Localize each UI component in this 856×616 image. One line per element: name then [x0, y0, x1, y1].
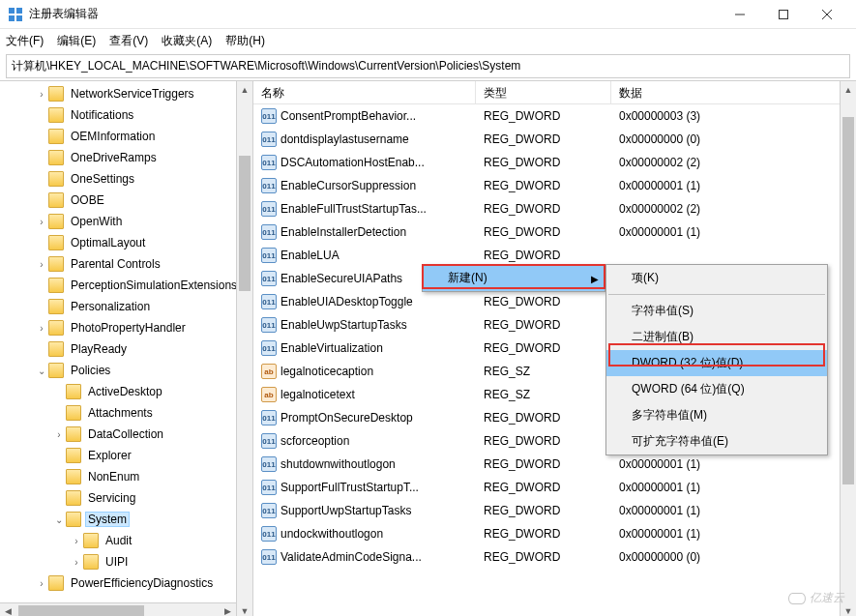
- submenu-expandstring[interactable]: 可扩充字符串值(E): [606, 428, 827, 455]
- tree-item[interactable]: OEMInformation: [0, 126, 252, 147]
- value-row[interactable]: 011SupportUwpStartupTasksREG_DWORD0x0000…: [253, 499, 856, 522]
- tree-vertical-scrollbar[interactable]: ▲ ▼: [236, 81, 252, 616]
- value-name: ValidateAdminCodeSigna...: [280, 550, 476, 564]
- value-row[interactable]: 011SupportFullTrustStartupT...REG_DWORD0…: [253, 476, 856, 499]
- chevron-right-icon[interactable]: ›: [35, 578, 48, 589]
- scroll-down-icon[interactable]: ▼: [237, 602, 252, 616]
- chevron-right-icon[interactable]: ›: [35, 259, 48, 270]
- tree-item[interactable]: ⌄Policies: [0, 360, 252, 381]
- submenu-binary[interactable]: 二进制值(B): [606, 324, 827, 350]
- svg-rect-0: [9, 8, 15, 14]
- chevron-down-icon[interactable]: ⌄: [52, 514, 66, 525]
- tree-item[interactable]: ActiveDesktop: [0, 381, 252, 402]
- value-type: REG_DWORD: [476, 457, 611, 471]
- tree-item[interactable]: Attachments: [0, 402, 252, 424]
- tree-item[interactable]: OOBE: [0, 190, 252, 211]
- chevron-right-icon[interactable]: ›: [35, 217, 48, 227]
- folder-icon: [48, 192, 64, 208]
- tree-horizontal-scrollbar[interactable]: ◀ ▶: [0, 602, 236, 616]
- value-row[interactable]: 011EnableCursorSuppressionREG_DWORD0x000…: [253, 174, 856, 197]
- submenu-dword[interactable]: DWORD (32 位)值(D): [606, 350, 827, 376]
- value-type: REG_DWORD: [476, 318, 611, 332]
- reg-dword-icon: 011: [261, 549, 277, 565]
- value-name: ConsentPromptBehavior...: [280, 109, 476, 123]
- submenu-multistring[interactable]: 多字符串值(M): [606, 402, 827, 428]
- folder-icon: [66, 405, 81, 421]
- tree-item[interactable]: ›OpenWith: [0, 211, 252, 232]
- chevron-right-icon[interactable]: ›: [35, 323, 48, 334]
- tree-item[interactable]: Personalization: [0, 296, 252, 317]
- submenu-key[interactable]: 项(K): [606, 265, 827, 291]
- tree-item[interactable]: ›Audit: [0, 530, 252, 551]
- chevron-down-icon[interactable]: ⌄: [35, 366, 48, 376]
- reg-dword-icon: 011: [261, 224, 277, 240]
- column-type[interactable]: 类型: [476, 81, 611, 103]
- tree-item[interactable]: NonEnum: [0, 466, 252, 487]
- tree-item[interactable]: ›PhotoPropertyHandler: [0, 317, 252, 338]
- tree-item[interactable]: OneDriveRamps: [0, 147, 252, 168]
- chevron-right-icon[interactable]: ›: [70, 557, 83, 568]
- value-row[interactable]: 011ValidateAdminCodeSigna...REG_DWORD0x0…: [253, 545, 856, 569]
- value-type: REG_DWORD: [476, 225, 611, 239]
- folder-icon: [48, 171, 64, 187]
- tree-item[interactable]: PlayReady: [0, 338, 252, 360]
- submenu-qword[interactable]: QWORD (64 位)值(Q): [606, 376, 827, 402]
- reg-dword-icon: 011: [261, 248, 277, 263]
- scroll-up-icon[interactable]: ▲: [237, 81, 252, 98]
- chevron-right-icon[interactable]: ›: [35, 89, 48, 100]
- menu-edit[interactable]: 编辑(E): [57, 33, 96, 49]
- scroll-up-icon[interactable]: ▲: [841, 81, 856, 98]
- chevron-right-icon[interactable]: ›: [52, 429, 66, 440]
- menu-view[interactable]: 查看(V): [109, 33, 148, 49]
- menu-file[interactable]: 文件(F): [6, 33, 44, 49]
- address-bar[interactable]: 计算机\HKEY_LOCAL_MACHINE\SOFTWARE\Microsof…: [6, 54, 850, 78]
- tree-item[interactable]: PerceptionSimulationExtensions: [0, 275, 252, 296]
- chevron-right-icon[interactable]: ›: [70, 536, 83, 546]
- value-name: scforceoption: [280, 434, 476, 448]
- tree-item[interactable]: Servicing: [0, 487, 252, 509]
- value-row[interactable]: 011shutdownwithoutlogonREG_DWORD0x000000…: [253, 453, 856, 476]
- reg-dword-icon: 011: [261, 433, 277, 449]
- value-type: REG_DWORD: [476, 156, 611, 169]
- tree-pane: ›NetworkServiceTriggersNotificationsOEMI…: [0, 81, 253, 616]
- value-row[interactable]: 011ConsentPromptBehavior...REG_DWORD0x00…: [253, 104, 856, 128]
- scroll-left-icon[interactable]: ◀: [0, 603, 16, 616]
- column-name[interactable]: 名称: [253, 81, 476, 103]
- value-row[interactable]: 011undockwithoutlogonREG_DWORD0x00000001…: [253, 522, 856, 545]
- value-row[interactable]: 011EnableInstallerDetectionREG_DWORD0x00…: [253, 220, 856, 244]
- maximize-button[interactable]: [761, 0, 805, 29]
- folder-icon: [48, 320, 64, 336]
- value-row[interactable]: 011DSCAutomationHostEnab...REG_DWORD0x00…: [253, 151, 856, 174]
- value-type: REG_DWORD: [476, 411, 611, 425]
- close-button[interactable]: [805, 0, 848, 29]
- value-row[interactable]: 011dontdisplaylastusernameREG_DWORD0x000…: [253, 128, 856, 151]
- tree-item[interactable]: ›PowerEfficiencyDiagnostics: [0, 572, 252, 594]
- tree-item[interactable]: Explorer: [0, 445, 252, 466]
- reg-dword-icon: 011: [261, 480, 277, 495]
- menu-help[interactable]: 帮助(H): [225, 33, 265, 49]
- tree-item[interactable]: OneSettings: [0, 168, 252, 190]
- value-type: REG_SZ: [476, 365, 611, 378]
- watermark-icon: [788, 593, 806, 604]
- column-data[interactable]: 数据: [611, 81, 856, 103]
- tree-item[interactable]: ›NetworkServiceTriggers: [0, 83, 252, 104]
- tree-item-label: Policies: [68, 363, 113, 378]
- value-row[interactable]: 011EnableFullTrustStartupTas...REG_DWORD…: [253, 197, 856, 220]
- tree-item[interactable]: ⌄System: [0, 509, 252, 530]
- tree-item-label: PowerEfficiencyDiagnostics: [68, 575, 216, 591]
- submenu-string[interactable]: 字符串值(S): [606, 298, 827, 324]
- tree-item-label: Parental Controls: [68, 256, 163, 272]
- folder-icon: [48, 150, 64, 165]
- tree-item[interactable]: OptimalLayout: [0, 232, 252, 253]
- tree-item[interactable]: ›UIPI: [0, 551, 252, 572]
- tree-item[interactable]: Notifications: [0, 104, 252, 126]
- menu-favorites[interactable]: 收藏夹(A): [162, 33, 212, 49]
- tree-item[interactable]: ›Parental Controls: [0, 253, 252, 275]
- minimize-button[interactable]: [718, 0, 761, 29]
- context-menu-new[interactable]: 新建(N) ▶: [423, 265, 605, 291]
- tree-item[interactable]: ›DataCollection: [0, 424, 252, 445]
- tree-item-label: Servicing: [85, 490, 138, 506]
- scroll-right-icon[interactable]: ▶: [220, 603, 236, 616]
- menu-separator: [608, 294, 825, 295]
- list-vertical-scrollbar[interactable]: ▲ ▼: [840, 81, 856, 616]
